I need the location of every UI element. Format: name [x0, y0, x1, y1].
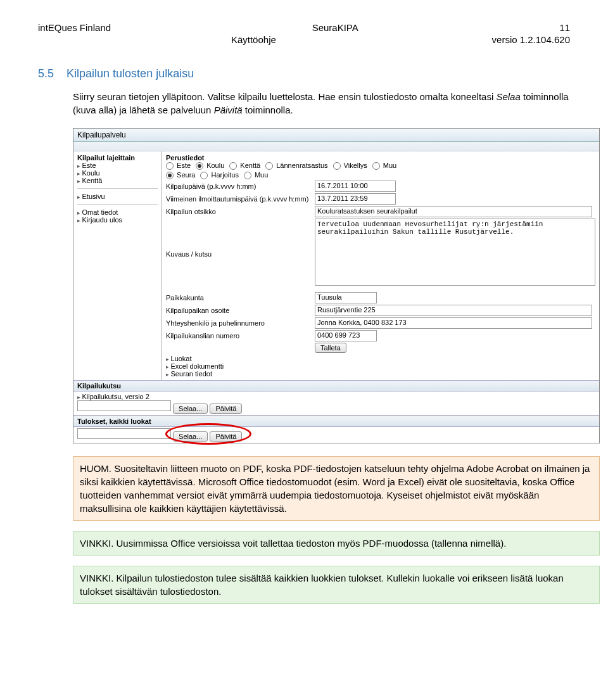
- radio-option[interactable]: [265, 162, 273, 170]
- addr-input[interactable]: Rusutjärventie 225: [315, 305, 592, 316]
- section-title: Kilpailun tulosten julkaisu: [66, 67, 194, 80]
- browse-button[interactable]: Selaa...: [173, 404, 208, 414]
- section-results: Tulokset, kaikki luokat: [73, 416, 599, 427]
- refresh-button-results[interactable]: Päivitä: [210, 431, 242, 442]
- city-input[interactable]: Tuusula: [315, 292, 377, 303]
- radio-option[interactable]: [244, 172, 251, 179]
- browse-button-results[interactable]: Selaa...: [173, 431, 208, 442]
- upload-path[interactable]: [77, 400, 171, 411]
- radio-option[interactable]: [196, 162, 203, 170]
- sidebar-logout[interactable]: Kirjaudu ulos: [77, 216, 122, 224]
- radio-option[interactable]: [166, 172, 174, 179]
- save-button[interactable]: Talleta: [315, 343, 346, 353]
- note-vinkki-1: VINKKI. Uusimmissa Office versioissa voi…: [73, 531, 600, 556]
- sidebar-item[interactable]: Este: [77, 162, 96, 169]
- section-link[interactable]: Seuran tiedot: [166, 370, 595, 378]
- embedded-screenshot: Kilpailupalvelu Kilpailut lajeittain Est…: [73, 128, 600, 443]
- discipline-radios: Este Koulu Kenttä Lännenratsastus Vikell…: [166, 162, 595, 170]
- upload-path-results[interactable]: [77, 428, 171, 439]
- radio-option[interactable]: [229, 162, 237, 170]
- header-center-bottom: Käyttöohje: [231, 34, 276, 45]
- office-input[interactable]: 0400 699 723: [315, 330, 377, 341]
- header-right-top: 11: [559, 22, 570, 33]
- refresh-button[interactable]: Päivitä: [210, 404, 242, 414]
- radio-option[interactable]: [333, 162, 341, 170]
- section-link[interactable]: Luokat: [166, 355, 595, 362]
- sidebar-item[interactable]: Kenttä: [77, 177, 102, 184]
- section-link[interactable]: Excel dokumentti: [166, 362, 595, 370]
- radio-option[interactable]: [372, 162, 380, 170]
- note-vinkki-2: VINKKI. Kilpailun tulostiedoston tulee s…: [73, 566, 600, 604]
- app-header: Kilpailupalvelu: [73, 129, 599, 142]
- contact-input[interactable]: Jonna Korkka, 0400 832 173: [315, 317, 592, 329]
- enddate-input[interactable]: 13.7.2011 23:59: [315, 193, 396, 205]
- level-radios: Seura Harjoitus Muu: [166, 171, 595, 179]
- date-input[interactable]: 16.7.2011 10:00: [315, 181, 396, 192]
- radio-option[interactable]: [166, 162, 174, 170]
- radio-option[interactable]: [200, 172, 208, 179]
- header-center-top: SeuraKIPA: [312, 22, 358, 33]
- note-huom: HUOM. Suositeltavin liitteen muoto on PD…: [73, 456, 600, 521]
- title-input[interactable]: Kouluratsastuksen seurakilpailut: [315, 206, 592, 217]
- sidebar-owndata[interactable]: Omat tiedot: [77, 208, 118, 216]
- body-paragraph: Siirry seuran tietojen ylläpitoon. Valit…: [73, 90, 570, 117]
- sidebar-item[interactable]: Koulu: [77, 169, 100, 177]
- section-kutsu: Kilpailukutsu: [73, 380, 599, 391]
- header-right-bottom: versio 1.2.104.620: [492, 34, 570, 45]
- desc-textarea[interactable]: Tervetuloa Uudenmaan Hevosurheilijat ry:…: [315, 219, 595, 286]
- section-number: 5.5: [38, 67, 54, 80]
- sidebar-home[interactable]: Etusivu: [77, 193, 105, 200]
- sidebar: Kilpailut lajeittain Este Koulu Kenttä E…: [73, 151, 162, 380]
- header-left: intEQues Finland: [38, 22, 111, 33]
